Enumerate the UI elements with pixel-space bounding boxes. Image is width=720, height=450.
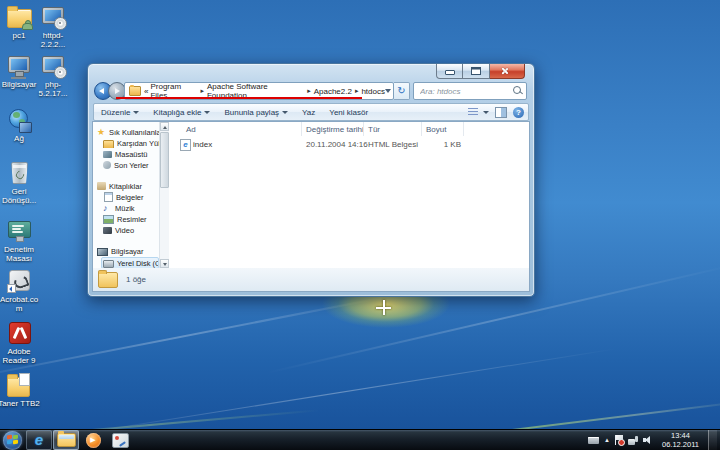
sidebar-item-videos[interactable]: Video [103, 225, 159, 235]
window-caption-buttons [436, 64, 525, 79]
toolbar-item-kitapliga-ekle[interactable]: Kitaplığa ekle [146, 104, 217, 120]
star-icon: ★ [97, 128, 106, 137]
window-content: ★Sık Kullanılanlar Karşıdan Yüklem Masaü… [92, 121, 530, 269]
toolbar-item-duzenle[interactable]: Düzenle [94, 104, 146, 120]
desktop-icon-php-installer[interactable]: php-5.2.17... [31, 53, 75, 98]
installer-icon [39, 53, 67, 79]
music-note-icon: ♪ [103, 204, 112, 213]
breadcrumb-segment[interactable]: Apache2.2 [314, 87, 352, 96]
desktop-icon-acrobat-com[interactable]: Acrobat.com [0, 268, 41, 313]
column-headers: Ad Değiştirme tarihi Tür Boyut [169, 122, 529, 136]
folder-icon [5, 372, 33, 398]
sidebar-item-downloads[interactable]: Karşıdan Yüklem [103, 138, 159, 148]
windows-flag-icon [7, 435, 12, 440]
navigation-pane: ★Sık Kullanılanlar Karşıdan Yüklem Masaü… [93, 122, 159, 268]
sidebar-item-computer[interactable]: Bilgisayar [97, 246, 159, 256]
desktop-icon-network[interactable]: Ağ [0, 107, 41, 143]
refresh-button[interactable]: ↻ [394, 82, 410, 100]
desktop-icon-label: Adobe Reader 9 [0, 347, 41, 365]
file-name[interactable]: index [193, 140, 212, 149]
internet-explorer-icon: e [35, 431, 43, 449]
file-modified: 20.11.2004 14:16 [306, 140, 368, 149]
taskbar-button-paint[interactable] [107, 430, 133, 450]
folder-icon [129, 86, 141, 96]
file-list: Ad Değiştirme tarihi Tür Boyut e index 2… [169, 122, 529, 268]
sidebar-item-music[interactable]: ♪Müzik [103, 203, 159, 213]
chevron-down-icon [483, 111, 489, 114]
sidebar-item-pictures[interactable]: Resimler [103, 214, 159, 224]
pictures-icon [103, 215, 114, 224]
documents-icon [104, 192, 113, 202]
preview-pane-button[interactable] [495, 107, 507, 118]
sidebar-item-documents[interactable]: Belgeler [103, 192, 159, 202]
desktop: pc1 httpd-2.2.2... Bilgisayar php-5.2.17… [0, 0, 720, 450]
column-header-type[interactable]: Tür [368, 125, 380, 134]
taskbar-button-media-player[interactable]: ▶ [80, 430, 106, 450]
control-panel-icon [5, 218, 33, 244]
system-tray: ▲ 13:44 06.12.2011 [588, 430, 720, 450]
sidebar-item-libraries[interactable]: Kitaplıklar [97, 181, 159, 191]
show-desktop-button[interactable] [708, 430, 717, 450]
network-tray-icon[interactable] [628, 436, 638, 445]
maximize-button[interactable] [463, 64, 490, 79]
chevron-down-icon [282, 111, 288, 114]
taskbar-clock[interactable]: 13:44 06.12.2011 [658, 431, 703, 449]
search-input[interactable] [418, 84, 512, 98]
maximize-icon [471, 67, 481, 75]
desktop-icon-label: Geri Dönüşü... [0, 187, 41, 205]
show-hidden-icons-button[interactable]: ▲ [604, 437, 610, 443]
html-file-icon: e [180, 139, 191, 151]
sidebar-scrollbar[interactable] [159, 122, 169, 268]
action-center-flag-icon[interactable] [615, 435, 623, 445]
network-globe-icon [5, 107, 33, 133]
scroll-down-button[interactable] [160, 259, 169, 268]
taskbar-button-explorer[interactable] [53, 430, 79, 450]
command-bar: Düzenle Kitaplığa ekle Bununla paylaş Ya… [93, 103, 529, 121]
close-button[interactable] [490, 64, 525, 79]
desktop-icon-adobe-reader[interactable]: Adobe Reader 9 [0, 320, 41, 365]
desktop-icon-httpd-installer[interactable]: httpd-2.2.2... [31, 4, 75, 49]
search-box[interactable] [413, 82, 527, 100]
breadcrumb-segment[interactable]: htdocs [361, 87, 385, 96]
help-button[interactable]: ? [513, 107, 524, 118]
explorer-window: « Program Files ▸ Apache Software Founda… [87, 63, 535, 297]
scroll-up-button[interactable] [160, 122, 169, 131]
column-header-name[interactable]: Ad [186, 125, 196, 134]
toolbar-right-icons: ? [468, 107, 528, 118]
start-button[interactable] [3, 431, 22, 450]
toolbar-item-yaz[interactable]: Yaz [295, 104, 322, 120]
toolbar-item-yeni-klasor[interactable]: Yeni klasör [322, 104, 375, 120]
forward-arrow-icon [115, 88, 120, 94]
search-icon [513, 86, 521, 94]
desktop-icon-control-panel[interactable]: Denetim Masası [0, 218, 41, 263]
desktop-icon-recycle-bin[interactable]: Geri Dönüşü... [0, 160, 41, 205]
sidebar-item-recent-places[interactable]: Son Yerler [103, 160, 159, 170]
desktop-icon-label: Taner TTB2 [0, 399, 41, 408]
desktop-icon-taner-folder[interactable]: Taner TTB2 [0, 372, 41, 408]
taskbar-button-internet-explorer[interactable]: e [26, 430, 52, 450]
breadcrumb-collapsed[interactable]: « [144, 87, 148, 96]
triangle-down-icon [163, 263, 167, 266]
minimize-button[interactable] [436, 64, 463, 79]
item-count: 1 öğe [126, 275, 146, 284]
file-row-index[interactable]: e index 20.11.2004 14:16 HTML Belgesi 1 … [169, 139, 529, 151]
sidebar-item-desktop[interactable]: Masaüstü [103, 149, 159, 159]
breadcrumb-separator-icon: ▸ [355, 87, 359, 95]
toolbar-item-bununla-paylas[interactable]: Bununla paylaş [217, 104, 295, 120]
taskbar: e ▶ ▲ 13:44 06.12.2011 [0, 429, 720, 450]
change-view-button[interactable] [468, 108, 489, 116]
media-player-icon: ▶ [86, 433, 101, 448]
volume-icon[interactable] [643, 436, 653, 445]
file-size: 1 KB [421, 140, 461, 149]
sidebar-item-favorites[interactable]: ★Sık Kullanılanlar [97, 127, 159, 137]
computer-icon [5, 53, 33, 79]
clock-date: 06.12.2011 [662, 440, 699, 449]
column-header-size[interactable]: Boyut [426, 125, 446, 134]
scrollbar-thumb[interactable] [160, 132, 169, 188]
mouse-cursor-icon [376, 300, 391, 315]
computer-icon [97, 248, 108, 256]
chevron-down-icon[interactable] [385, 89, 391, 93]
column-header-modified[interactable]: Değiştirme tarihi [306, 125, 364, 134]
downloads-folder-icon [103, 140, 114, 149]
keyboard-tray-icon[interactable] [588, 437, 599, 444]
